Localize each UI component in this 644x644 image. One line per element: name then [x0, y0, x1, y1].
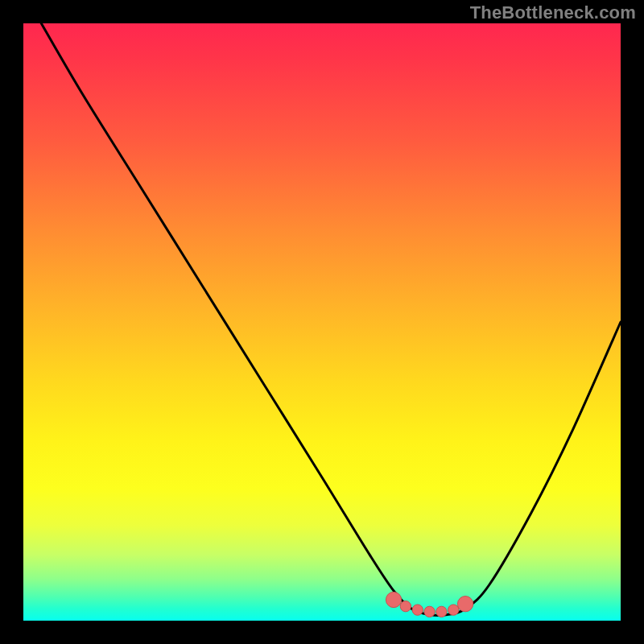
watermark-text: TheBottleneck.com — [470, 2, 636, 23]
sweet-spot-5 — [448, 605, 459, 615]
sweet-spot-right — [457, 597, 473, 612]
sweet-spot-4 — [436, 606, 447, 617]
sweet-spot-2 — [412, 605, 423, 615]
curve-group — [41, 23, 621, 616]
chart-frame: TheBottleneck.com — [0, 0, 644, 644]
sweet-spot-markers — [386, 592, 473, 617]
sweet-spot-left — [386, 592, 401, 607]
bottleneck-curve — [41, 23, 621, 616]
sweet-spot-3 — [424, 606, 435, 617]
chart-svg — [0, 0, 644, 644]
sweet-spot-1 — [400, 601, 411, 612]
